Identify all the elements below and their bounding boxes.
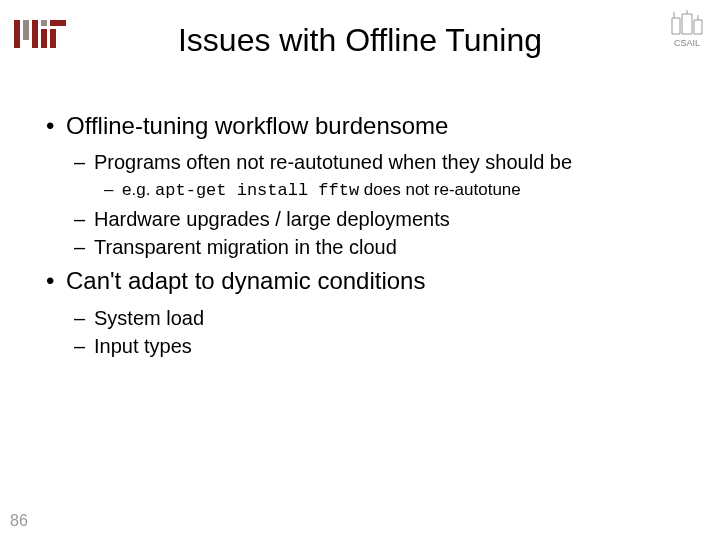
bullet-text-suffix: does not re-autotune: [359, 180, 521, 199]
svg-rect-6: [50, 29, 56, 48]
svg-rect-3: [41, 29, 47, 48]
slide-title: Issues with Offline Tuning: [20, 10, 700, 59]
bullet-level3: e.g. apt-get install fftw does not re-au…: [94, 178, 680, 203]
bullet-level2: Programs often not re-autotuned when the…: [66, 148, 680, 203]
bullet-level2: System load: [66, 304, 680, 332]
bullet-text: Offline-tuning workflow burdensome: [66, 112, 448, 139]
csail-label: CSAIL: [674, 38, 700, 48]
code-text: apt-get install fftw: [155, 181, 359, 200]
svg-rect-2: [32, 20, 38, 48]
svg-rect-0: [14, 20, 20, 48]
bullet-level2: Input types: [66, 332, 680, 360]
bullet-level1: Offline-tuning workflow burdensome Progr…: [40, 110, 680, 261]
bullet-level2: Hardware upgrades / large deployments: [66, 205, 680, 233]
page-number: 86: [10, 512, 28, 530]
csail-logo: CSAIL: [668, 8, 706, 48]
bullet-text: Transparent migration in the cloud: [94, 236, 397, 258]
bullet-text: Input types: [94, 335, 192, 357]
bullet-level2: Transparent migration in the cloud: [66, 233, 680, 261]
bullet-text-prefix: e.g.: [122, 180, 155, 199]
bullet-level1: Can't adapt to dynamic conditions System…: [40, 265, 680, 359]
bullet-text: Programs often not re-autotuned when the…: [94, 151, 572, 173]
svg-rect-4: [41, 20, 47, 26]
svg-rect-1: [23, 20, 29, 40]
svg-rect-5: [50, 20, 66, 26]
mit-logo: [14, 20, 68, 52]
bullet-text: System load: [94, 307, 204, 329]
bullet-text: Can't adapt to dynamic conditions: [66, 267, 425, 294]
bullet-text: Hardware upgrades / large deployments: [94, 208, 450, 230]
slide-content: Offline-tuning workflow burdensome Progr…: [0, 70, 720, 360]
